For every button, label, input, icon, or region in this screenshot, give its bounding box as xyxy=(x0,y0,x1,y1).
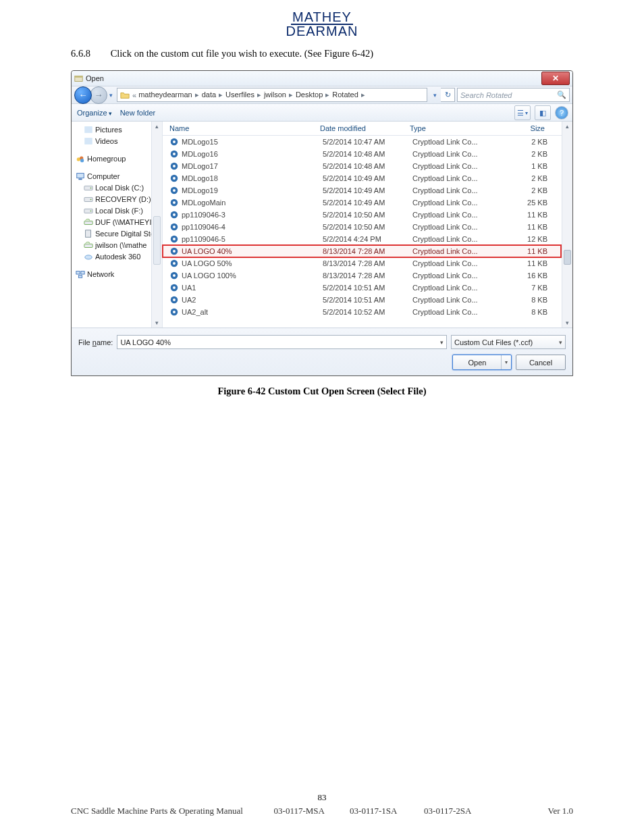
svg-point-31 xyxy=(173,189,176,192)
scroll-down-icon[interactable]: ▾ xyxy=(562,318,572,328)
breadcrumb-seg[interactable]: Userfiles xyxy=(225,90,264,99)
file-row[interactable]: UA LOGO 100%8/13/2014 7:28 AMCryptload L… xyxy=(163,269,561,282)
file-row[interactable]: UA LOGO 50%8/13/2014 7:28 AMCryptload Li… xyxy=(163,257,561,269)
svg-point-18 xyxy=(85,255,92,259)
file-size: 2 KB xyxy=(493,150,561,158)
open-button[interactable]: Open ▾ xyxy=(452,355,512,370)
forward-button[interactable]: → xyxy=(90,86,107,104)
sidebar-item[interactable]: jwilson (\\mathe xyxy=(76,240,161,251)
sidebar-item-label: Pictures xyxy=(95,126,122,134)
breadcrumb-seg[interactable]: data xyxy=(202,90,225,99)
file-size: 11 KB xyxy=(493,223,561,231)
sidebar-item[interactable]: Secure Digital Sto xyxy=(76,228,161,239)
svg-point-33 xyxy=(173,201,176,204)
scroll-up-icon[interactable]: ▴ xyxy=(562,122,572,131)
open-split-dropdown[interactable]: ▾ xyxy=(501,355,511,369)
sidebar-item[interactable]: Local Disk (C:) xyxy=(76,182,161,193)
sidebar-item[interactable]: Homegroup xyxy=(76,153,161,164)
file-name: MDLogo18 xyxy=(182,174,323,182)
svg-rect-17 xyxy=(84,244,92,247)
file-row[interactable]: MDLogo195/2/2014 10:49 AMCryptload Link … xyxy=(163,184,561,197)
svg-rect-3 xyxy=(85,138,92,145)
filename-input[interactable]: UA LOGO 40% ▾ xyxy=(117,335,447,349)
file-date: 5/2/2014 10:49 AM xyxy=(323,174,412,182)
search-icon: 🔍 xyxy=(557,90,566,99)
file-size: 7 KB xyxy=(493,284,561,292)
file-row[interactable]: pp1109046-45/2/2014 10:50 AMCryptload Li… xyxy=(163,221,561,233)
address-dropdown[interactable]: ▾ xyxy=(431,88,439,103)
col-type[interactable]: Type xyxy=(410,124,491,132)
file-row[interactable]: MDLogo155/2/2014 10:47 AMCryptload Link … xyxy=(163,136,561,148)
help-button[interactable]: ? xyxy=(555,106,568,120)
disk-icon xyxy=(84,206,93,215)
sidebar-item[interactable]: Computer xyxy=(76,171,161,182)
file-row[interactable]: MDLogo185/2/2014 10:49 AMCryptload Link … xyxy=(163,172,561,184)
file-name: MDLogo16 xyxy=(182,150,323,158)
svg-point-49 xyxy=(173,298,176,301)
close-icon: ✕ xyxy=(552,74,559,82)
title-bar[interactable]: Open ✕ xyxy=(72,71,572,86)
sidebar-item-label: Network xyxy=(87,270,114,278)
scroll-thumb[interactable] xyxy=(564,250,571,265)
scroll-up-icon[interactable]: ▴ xyxy=(152,122,162,131)
svg-point-25 xyxy=(173,153,176,155)
videos-icon xyxy=(84,136,93,146)
preview-pane-button[interactable]: ◧ xyxy=(535,105,551,120)
file-date: 5/2/2014 4:24 PM xyxy=(323,235,412,243)
breadcrumb-seg[interactable]: Rotated xyxy=(332,90,368,99)
file-name: pp1109046-4 xyxy=(182,223,323,231)
close-button[interactable]: ✕ xyxy=(541,72,570,85)
col-name[interactable]: Name xyxy=(163,124,320,132)
refresh-button[interactable]: ↻ xyxy=(441,88,455,102)
sidebar-item[interactable]: Network xyxy=(76,269,161,280)
svg-point-14 xyxy=(90,211,92,212)
list-scrollbar[interactable]: ▴ ▾ xyxy=(562,122,572,328)
file-type: Cryptload Link Co... xyxy=(412,162,493,170)
scroll-down-icon[interactable]: ▾ xyxy=(152,318,162,328)
sidebar-item[interactable]: Pictures xyxy=(76,124,161,135)
svg-rect-1 xyxy=(75,76,82,77)
history-dropdown[interactable]: ▾ xyxy=(107,88,115,103)
file-row[interactable]: MDLogoMain5/2/2014 10:49 AMCryptload Lin… xyxy=(163,197,561,209)
col-size[interactable]: Size xyxy=(491,124,558,132)
scroll-thumb[interactable] xyxy=(153,216,161,265)
file-icon xyxy=(169,295,179,305)
new-folder-button[interactable]: New folder xyxy=(120,109,156,117)
brand-line2: Dearman xyxy=(286,25,358,38)
filetype-select[interactable]: Custom Cut Files (*.ccf) ▾ xyxy=(451,335,566,349)
file-row[interactable]: MDLogo175/2/2014 10:48 AMCryptload Link … xyxy=(163,160,561,172)
file-date: 5/2/2014 10:50 AM xyxy=(323,211,412,219)
back-button[interactable]: ← xyxy=(74,86,92,104)
sidebar-item[interactable]: DUF (\\MATHEYI xyxy=(76,217,161,228)
file-size: 11 KB xyxy=(493,247,561,255)
file-name: UA2_alt xyxy=(182,308,323,316)
sidebar-item[interactable]: RECOVERY (D:) xyxy=(76,194,161,205)
breadcrumb-seg[interactable]: jwilson xyxy=(264,90,296,99)
chevron-down-icon[interactable]: ▾ xyxy=(559,339,562,346)
col-date[interactable]: Date modified xyxy=(320,124,410,132)
breadcrumb-seg[interactable]: matheydearman xyxy=(138,90,202,99)
cancel-button[interactable]: Cancel xyxy=(516,355,566,370)
sidebar-item[interactable]: Videos xyxy=(76,136,161,147)
file-type: Cryptload Link Co... xyxy=(412,259,493,267)
sidebar-scrollbar[interactable]: ▴ ▾ xyxy=(151,122,162,328)
chevron-down-icon[interactable]: ▾ xyxy=(440,339,444,346)
organize-menu[interactable]: Organize▾ xyxy=(77,109,112,117)
file-row[interactable]: pp1109046-35/2/2014 10:50 AMCryptload Li… xyxy=(163,209,561,221)
address-bar[interactable]: « matheydearman data Userfiles jwilson D… xyxy=(117,88,427,102)
svg-point-29 xyxy=(173,177,176,180)
file-row[interactable]: UA2_alt5/2/2014 10:52 AMCryptload Link C… xyxy=(163,306,561,318)
file-row[interactable]: pp1109046-55/2/2014 4:24 PMCryptload Lin… xyxy=(163,233,561,245)
breadcrumb-seg[interactable]: Desktop xyxy=(296,90,332,99)
file-row[interactable]: MDLogo165/2/2014 10:48 AMCryptload Link … xyxy=(163,148,561,160)
svg-point-45 xyxy=(173,274,176,277)
sidebar-item[interactable]: Local Disk (F:) xyxy=(76,205,161,216)
file-row[interactable]: UA15/2/2014 10:51 AMCryptload Link Co...… xyxy=(163,282,561,294)
file-row[interactable]: UA25/2/2014 10:51 AMCryptload Link Co...… xyxy=(163,294,561,306)
sidebar-item[interactable]: Autodesk 360 xyxy=(76,251,161,262)
view-button[interactable]: ☰▾ xyxy=(514,105,531,120)
file-row[interactable]: UA LOGO 40%8/13/2014 7:28 AMCryptload Li… xyxy=(163,245,561,257)
file-name: UA1 xyxy=(182,284,323,292)
column-headers[interactable]: Name Date modified Type Size xyxy=(163,122,572,136)
search-input[interactable]: Search Rotated 🔍 xyxy=(457,88,570,102)
